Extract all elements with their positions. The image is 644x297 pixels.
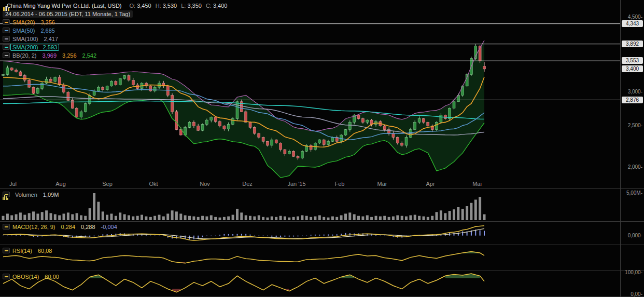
close-value: 3,400	[213, 3, 228, 9]
time-axis-label: Jul	[9, 181, 17, 187]
high-label: H:	[156, 3, 161, 9]
macd-label: MACD(12, 26, 9)	[12, 224, 55, 230]
panel-separator	[0, 271, 644, 271]
bb-toggle[interactable]	[3, 52, 10, 58]
rsi-chart-canvas[interactable]	[0, 245, 620, 271]
obos-chart-canvas[interactable]	[0, 271, 620, 297]
time-axis-label: Feb	[335, 181, 345, 187]
sma100-label: SMA(100)	[12, 36, 38, 42]
open-value: 3,450	[137, 3, 151, 9]
time-axis-label: Sep	[102, 181, 113, 187]
sma20-toggle[interactable]	[3, 19, 10, 25]
price-badge[interactable]: 2,876	[622, 97, 643, 103]
macd-signal-value: 0,288	[81, 224, 95, 230]
obos-value: 60,00	[45, 274, 59, 280]
volume-label: Volumen	[15, 192, 37, 198]
legend-row-rsi[interactable]: RSI(14) 60,08	[3, 247, 52, 254]
sma100-toggle[interactable]	[3, 36, 10, 42]
open-label: O:	[130, 3, 136, 9]
obos-legend: OBOS(14) 60,00	[3, 273, 59, 280]
time-axis-label: Nov	[200, 181, 210, 187]
sma200-label: SMA(200)	[12, 44, 38, 50]
rsi-toggle[interactable]	[3, 248, 10, 253]
legend-row-sma20[interactable]: SMA(20) 3,256	[3, 19, 227, 25]
obos-label: OBOS(14)	[12, 274, 39, 280]
axis-tick-label: 2,500-	[628, 123, 642, 129]
bb-upper-value: 3,969	[42, 52, 57, 59]
date-range[interactable]: 24.06.2014 - 06.05.2015 (EDT, 11 Monate,…	[3, 10, 133, 18]
legend-row-bb[interactable]: BB(20, 2) 3,969 3,256 2,542	[3, 52, 227, 59]
volume-value: 1,09M	[43, 192, 59, 198]
bb-label: BB(20, 2)	[12, 52, 36, 59]
symbol-header: China Ming Yang Wd Pwr Gr.Ltd. (Last, US…	[3, 2, 227, 9]
rsi-legend: RSI(14) 60,08	[3, 247, 52, 254]
sma20-value: 3,256	[40, 19, 55, 25]
close-label: C:	[206, 3, 212, 9]
volume-series	[2, 193, 486, 220]
price-axis-column[interactable]: 4,500-3,000-2,500-2,000-4,3433,8923,5533…	[620, 0, 644, 297]
time-axis-label: Apr	[426, 181, 435, 187]
time-axis[interactable]: JulAugSepOktNovDezJan '15FebMärAprMai	[0, 179, 620, 188]
sma50-value: 2,685	[40, 28, 55, 34]
legend-row-macd[interactable]: MACD(12, 26, 9) 0,284 0,288 -0,004	[3, 223, 117, 230]
rsi-value: 60,08	[38, 248, 52, 254]
macd-toggle[interactable]	[3, 224, 10, 230]
sma50-label: SMA(50)	[12, 28, 35, 34]
axis-tick-label: 100,00-	[625, 269, 642, 276]
time-axis-label: Okt	[149, 181, 158, 187]
sma200-value: 2,593	[43, 44, 58, 50]
panel-separator	[0, 188, 644, 189]
legend-row-sma200[interactable]: SMA(200) 2,593	[3, 44, 227, 50]
legend-row-sma50[interactable]: SMA(50) 2,685	[3, 27, 227, 34]
legend-row-sma100[interactable]: SMA(100) 2,417	[3, 35, 227, 42]
price-badge[interactable]: 4,343	[622, 20, 643, 27]
macd-legend: MACD(12, 26, 9) 0,284 0,288 -0,004	[3, 223, 117, 230]
price-badge[interactable]: 3,892	[622, 40, 643, 47]
macd-value: 0,284	[61, 224, 76, 230]
macd-histogram	[3, 230, 484, 239]
axis-tick-label: 3,000-	[628, 89, 642, 95]
panel-separator	[0, 221, 644, 222]
axis-tick-label: 0,000-	[628, 233, 642, 239]
sma100-value: 2,417	[44, 36, 59, 42]
bb-middle-value: 3,256	[62, 52, 77, 59]
sma20-label: SMA(20)	[12, 19, 35, 25]
chart-application: JulAugSepOktNovDezJan '15FebMärAprMai 4,…	[0, 0, 644, 297]
main-legend: China Ming Yang Wd Pwr Gr.Ltd. (Last, US…	[3, 2, 227, 59]
high-value: 3,530	[163, 3, 177, 9]
axis-tick-label: 2,000-	[628, 164, 642, 170]
legend-row-volume[interactable]: Volumen 1,09M	[3, 191, 59, 198]
rsi-line	[3, 252, 484, 263]
low-value: 3,350	[187, 3, 202, 9]
date-range-row: 24.06.2014 - 06.05.2015 (EDT, 11 Monate,…	[3, 10, 227, 17]
time-axis-label: Mär	[377, 181, 387, 187]
symbol-title: China Ming Yang Wd Pwr Gr.Ltd. (Last, US…	[7, 3, 122, 9]
price-badge[interactable]: 3,400	[622, 65, 643, 72]
ohlc-readout: O:3,450 H:3,530 L:3,350 C:3,400	[130, 3, 228, 9]
time-axis-label: Aug	[55, 181, 66, 187]
sma50-toggle[interactable]	[3, 28, 10, 33]
axis-tick-label: 4,500-	[628, 14, 642, 20]
axis-tick-label: 0,00-	[631, 291, 642, 297]
sma200-toggle[interactable]	[3, 44, 10, 50]
low-label: L:	[181, 3, 186, 9]
time-axis-label: Mai	[472, 181, 482, 187]
bb-lower-value: 2,542	[82, 52, 97, 59]
volume-legend: Volumen 1,09M	[3, 191, 59, 198]
rsi-label: RSI(14)	[12, 248, 32, 254]
obos-line	[3, 274, 484, 292]
time-axis-label: Dez	[242, 181, 253, 187]
sma200-highlight: SMA(200) 2,593	[10, 44, 59, 51]
panel-separator	[0, 245, 644, 245]
volume-chart-canvas[interactable]	[0, 189, 620, 221]
macd-hist-value: -0,004	[101, 224, 117, 230]
legend-row-obos[interactable]: OBOS(14) 60,00	[3, 273, 59, 280]
time-axis-label: Jan '15	[287, 181, 305, 187]
price-badge[interactable]: 3,553	[622, 57, 643, 64]
obos-toggle[interactable]	[3, 274, 10, 279]
axis-tick-label: 5,00M-	[626, 190, 642, 196]
